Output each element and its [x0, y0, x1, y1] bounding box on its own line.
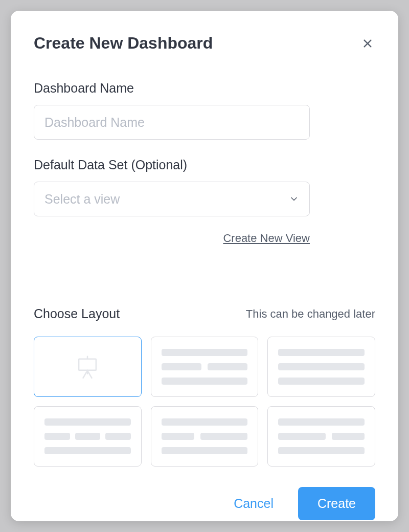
layout-option-2[interactable] — [151, 337, 259, 397]
layout-bar — [162, 418, 248, 426]
layout-header: Choose Layout This can be changed later — [34, 306, 375, 321]
layout-bar — [75, 433, 101, 440]
layout-bar — [200, 433, 248, 440]
easel-icon — [74, 353, 101, 381]
close-icon — [362, 38, 373, 49]
layout-bar-row — [44, 433, 131, 440]
default-dataset-select[interactable]: Select a view — [34, 182, 310, 216]
layout-bar — [44, 418, 131, 426]
modal-footer: Cancel Create — [34, 467, 375, 520]
layout-bar — [208, 363, 247, 370]
dashboard-name-group: Dashboard Name — [34, 81, 375, 140]
layout-grid — [34, 337, 375, 467]
layout-bar — [44, 447, 131, 454]
layout-hint: This can be changed later — [246, 307, 375, 321]
default-dataset-group: Default Data Set (Optional) Select a vie… — [34, 158, 375, 245]
layout-bar-row — [162, 433, 248, 440]
layout-option-5[interactable] — [151, 406, 259, 467]
default-dataset-label: Default Data Set (Optional) — [34, 158, 375, 172]
layout-bar — [162, 378, 248, 385]
layout-option-3[interactable] — [267, 337, 375, 397]
layout-option-6[interactable] — [267, 406, 375, 467]
cancel-button[interactable]: Cancel — [224, 491, 283, 516]
modal-title: Create New Dashboard — [34, 34, 213, 53]
layout-bar — [278, 447, 365, 454]
layout-bar — [278, 433, 326, 440]
layout-option-blank[interactable] — [34, 337, 142, 397]
create-new-view-link[interactable]: Create New View — [34, 232, 310, 245]
create-dashboard-modal: Create New Dashboard Dashboard Name Defa… — [11, 11, 398, 521]
layout-bar — [278, 418, 365, 426]
layout-bar — [332, 433, 365, 440]
close-button[interactable] — [360, 36, 375, 51]
layout-title: Choose Layout — [34, 306, 120, 321]
layout-bar — [162, 349, 248, 356]
layout-bar — [278, 363, 365, 370]
layout-bar-row — [162, 363, 248, 370]
layout-bar — [105, 433, 131, 440]
svg-rect-2 — [79, 359, 96, 370]
layout-bar — [162, 433, 194, 440]
svg-line-6 — [88, 372, 92, 378]
create-button[interactable]: Create — [298, 487, 375, 520]
layout-bar — [44, 433, 70, 440]
layout-bar — [278, 378, 365, 385]
layout-bar — [162, 447, 248, 454]
chevron-down-icon — [289, 194, 299, 204]
layout-option-4[interactable] — [34, 406, 142, 467]
dashboard-name-label: Dashboard Name — [34, 81, 375, 96]
dashboard-name-input[interactable] — [34, 105, 310, 140]
layout-bar — [162, 363, 201, 370]
layout-bar-row — [278, 433, 365, 440]
modal-header: Create New Dashboard — [34, 34, 375, 53]
layout-bar — [278, 349, 365, 356]
svg-line-5 — [83, 372, 87, 378]
default-dataset-placeholder: Select a view — [44, 192, 120, 207]
layout-section: Choose Layout This can be changed later — [34, 306, 375, 467]
